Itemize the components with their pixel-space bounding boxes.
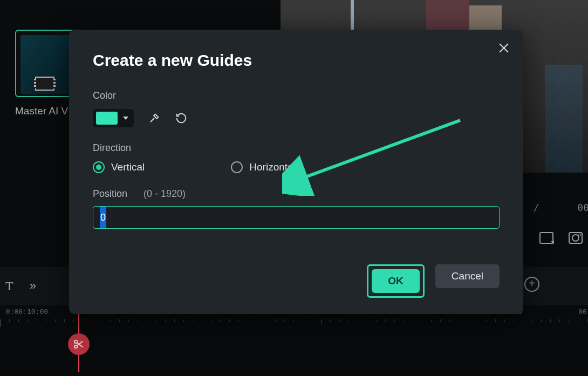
radio-vertical-label: Vertical — [111, 161, 145, 173]
ok-button[interactable]: OK — [372, 269, 420, 293]
reset-color-button[interactable] — [175, 112, 188, 125]
eyedropper-button[interactable] — [148, 112, 161, 125]
color-swatch — [96, 112, 118, 125]
radio-dot-icon — [93, 161, 105, 173]
direction-label: Direction — [93, 142, 500, 154]
radio-vertical[interactable]: Vertical — [93, 161, 145, 173]
position-input[interactable] — [93, 206, 500, 229]
position-label: Position — [93, 188, 127, 200]
dialog-title: Create a new Guides — [93, 51, 500, 70]
close-button[interactable] — [497, 42, 510, 54]
radio-horizontal[interactable]: Horizontal — [231, 161, 296, 173]
app-root: 2:24 / 00 Master AI V T » 0:00:10:0000:0… — [0, 0, 588, 376]
color-picker-combo[interactable] — [93, 109, 134, 127]
create-guides-dialog: Create a new Guides Color Direction Vert… — [69, 30, 523, 314]
radio-horizontal-label: Horizontal — [249, 161, 296, 173]
chevron-down-icon — [123, 117, 128, 120]
color-label: Color — [93, 90, 500, 101]
radio-dot-icon — [231, 161, 243, 173]
cancel-button[interactable]: Cancel — [435, 264, 500, 288]
ok-button-highlight: OK — [367, 264, 425, 298]
position-range-hint: (0 - 1920) — [143, 188, 186, 200]
